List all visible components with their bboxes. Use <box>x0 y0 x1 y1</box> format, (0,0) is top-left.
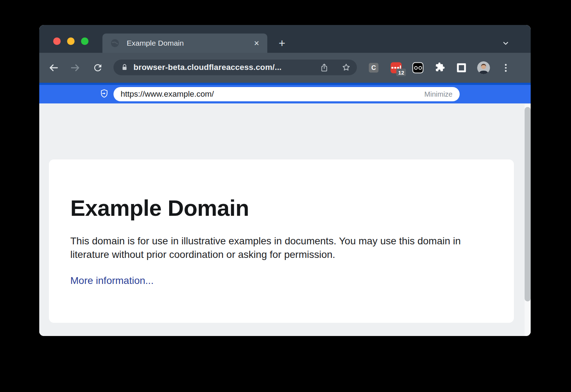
new-tab-button[interactable]: + <box>276 37 288 50</box>
extension-badge: 12 <box>396 69 406 76</box>
extension-c-label: C <box>372 64 376 72</box>
back-button[interactable] <box>48 62 59 73</box>
tab-search-chevron-icon[interactable] <box>499 39 512 48</box>
window-close-button[interactable] <box>53 37 61 45</box>
side-panel-button[interactable] <box>457 63 466 72</box>
extension-c-button[interactable]: C <box>369 63 379 73</box>
tab-strip: Example Domain ✕ + <box>39 25 531 53</box>
password-dots-icon: 12 <box>391 62 402 73</box>
isolation-url-value: https://www.example.com/ <box>121 90 214 99</box>
globe-favicon-icon <box>110 39 120 48</box>
browser-toolbar: browser-beta.cloudflareaccess.com/... C … <box>39 53 531 83</box>
window-minimize-button[interactable] <box>67 37 75 45</box>
extensions-menu-button[interactable] <box>435 62 445 73</box>
isolation-url-input[interactable]: https://www.example.com/ Minimize <box>113 87 460 101</box>
address-bar-url: browser-beta.cloudflareaccess.com/... <box>133 63 282 72</box>
browser-window: Example Domain ✕ + <box>39 25 531 336</box>
extension-oo-button[interactable] <box>413 62 424 73</box>
page-heading: Example Domain <box>70 195 492 221</box>
window-controls <box>53 37 89 45</box>
profile-avatar[interactable] <box>477 61 490 74</box>
lock-icon[interactable] <box>121 63 128 71</box>
content-card: Example Domain This domain is for use in… <box>49 159 514 323</box>
tab-close-icon[interactable]: ✕ <box>254 39 259 47</box>
isolation-bar: https://www.example.com/ Minimize <box>39 83 531 103</box>
scrollbar-thumb[interactable] <box>525 107 531 301</box>
extension-password-button[interactable]: 12 <box>391 62 402 73</box>
forward-button[interactable] <box>70 62 81 73</box>
more-information-link[interactable]: More information... <box>70 275 153 286</box>
minimize-button[interactable]: Minimize <box>424 90 453 98</box>
reload-button[interactable] <box>92 62 103 73</box>
page-viewport: Example Domain This domain is for use in… <box>39 103 531 336</box>
desktop-background: Example Domain ✕ + <box>0 0 571 392</box>
browser-menu-button[interactable] <box>505 64 507 72</box>
bookmark-star-icon[interactable] <box>341 62 351 72</box>
page-body-text: This domain is for use in illustrative e… <box>70 234 477 261</box>
address-bar[interactable]: browser-beta.cloudflareaccess.com/... <box>113 60 357 75</box>
tab-title: Example Domain <box>127 39 184 47</box>
scrollbar-track[interactable] <box>525 104 531 336</box>
avatar-photo-icon <box>477 61 490 74</box>
share-icon[interactable] <box>319 63 329 72</box>
tab-example-domain[interactable]: Example Domain ✕ <box>102 34 267 53</box>
window-zoom-button[interactable] <box>81 37 89 45</box>
side-panel-icon <box>457 63 466 72</box>
puzzle-icon <box>435 62 445 72</box>
double-circle-icon <box>413 62 424 73</box>
shield-arrow-icon <box>99 89 109 101</box>
